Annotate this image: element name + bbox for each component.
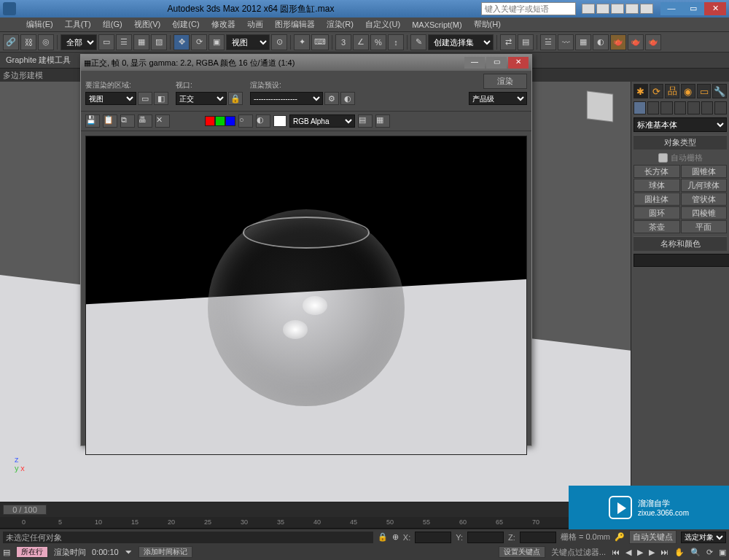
overlay-a-icon[interactable]: ▤ xyxy=(358,114,373,128)
channel-dropdown[interactable]: RGB Alpha xyxy=(289,114,355,128)
curve-editor-icon[interactable]: 〰 xyxy=(558,34,574,50)
x-coord-input[interactable] xyxy=(415,532,451,543)
polygon-modeling-tab[interactable]: 多边形建模 xyxy=(3,70,43,81)
rollout-name-color[interactable]: 名称和颜色 xyxy=(634,236,727,251)
edit-region-icon[interactable]: ▭ xyxy=(138,92,152,105)
graphite-label[interactable]: Graphite 建模工具 xyxy=(6,55,71,66)
environment-icon[interactable]: ◐ xyxy=(340,92,355,105)
tab-utilities-icon[interactable]: 🔧 xyxy=(712,84,727,98)
create-sphere-button[interactable]: 球体 xyxy=(634,179,680,192)
time-slider[interactable]: 0 / 100 xyxy=(3,505,47,515)
select-icon[interactable]: ▭ xyxy=(98,34,114,50)
menu-group[interactable]: 组(G) xyxy=(98,18,127,31)
autogrid-checkbox[interactable] xyxy=(658,153,668,163)
angle-snap-icon[interactable]: ∠ xyxy=(353,34,369,50)
render-icon[interactable]: 🫖 xyxy=(645,34,661,50)
menu-render[interactable]: 渲染(R) xyxy=(322,18,358,31)
create-pyramid-button[interactable]: 四棱锥 xyxy=(681,206,728,219)
rotate-icon[interactable]: ⟳ xyxy=(191,34,207,50)
spinner-snap-icon[interactable]: ↕ xyxy=(388,34,404,50)
window-minimize-button[interactable]: — xyxy=(660,2,682,15)
select-name-icon[interactable]: ☰ xyxy=(116,34,132,50)
sub-lights-icon[interactable] xyxy=(660,101,673,114)
render-setup-icon[interactable]: 🫖 xyxy=(610,34,626,50)
mirror-icon[interactable]: ⇄ xyxy=(500,34,516,50)
playback-play-icon[interactable]: ▶ xyxy=(637,548,643,557)
keyboard-icon[interactable]: ⌨ xyxy=(311,34,329,50)
render-button[interactable]: 渲染 xyxy=(483,74,527,89)
menu-tools[interactable]: 工具(T) xyxy=(61,18,95,31)
info-center-icons[interactable] xyxy=(582,4,653,14)
nav-pan-icon[interactable]: ✋ xyxy=(674,548,685,557)
rollout-object-type[interactable]: 对象类型 xyxy=(634,135,727,149)
setkey-button[interactable]: 设置关键点 xyxy=(499,546,545,558)
tab-create-icon[interactable]: ✱ xyxy=(634,84,648,98)
object-name-input[interactable] xyxy=(634,254,729,267)
scale-icon[interactable]: ▣ xyxy=(208,34,225,50)
create-tube-button[interactable]: 管状体 xyxy=(681,192,728,206)
window-close-button[interactable]: ✕ xyxy=(704,2,726,15)
sub-helpers-icon[interactable] xyxy=(687,101,700,114)
selection-filter-dropdown[interactable]: 全部 xyxy=(61,34,97,50)
rendered-image[interactable] xyxy=(85,136,527,455)
pivot-icon[interactable]: ⊙ xyxy=(271,34,287,50)
layers-icon[interactable]: ☱ xyxy=(540,34,556,50)
save-image-icon[interactable]: 💾 xyxy=(85,114,100,128)
clear-image-icon[interactable]: ✕ xyxy=(155,114,170,128)
menu-views[interactable]: 视图(V) xyxy=(130,18,165,31)
area-to-render-dropdown[interactable]: 视图 xyxy=(85,92,136,105)
alpha-channel-icon[interactable]: ○ xyxy=(238,114,253,128)
help-search-input[interactable] xyxy=(481,2,576,15)
key-selection-dropdown[interactable]: 选定对象 xyxy=(681,532,726,543)
create-torus-button[interactable]: 圆环 xyxy=(634,206,680,219)
playback-next-icon[interactable]: ▶ xyxy=(649,548,655,557)
create-teapot-button[interactable]: 茶壶 xyxy=(634,220,680,233)
script-listener-icon[interactable]: ▤ xyxy=(3,548,10,557)
window-maximize-button[interactable]: ▭ xyxy=(682,2,704,15)
primitive-category-dropdown[interactable]: 标准基本体 xyxy=(634,117,727,132)
tab-hierarchy-icon[interactable]: 品 xyxy=(665,84,679,98)
link-icon[interactable]: 🔗 xyxy=(3,34,19,50)
tab-display-icon[interactable]: ▭ xyxy=(697,84,712,98)
lock-viewport-icon[interactable]: 🔒 xyxy=(228,92,243,105)
render-close-button[interactable]: ✕ xyxy=(508,57,529,69)
auto-region-icon[interactable]: ◧ xyxy=(154,92,168,105)
y-coord-input[interactable] xyxy=(467,532,504,543)
create-plane-button[interactable]: 平面 xyxy=(681,220,728,233)
create-cylinder-button[interactable]: 圆柱体 xyxy=(634,192,680,206)
copy-image-icon[interactable]: 📋 xyxy=(103,114,117,128)
sub-spacewarps-icon[interactable] xyxy=(701,101,714,114)
mono-channel-icon[interactable]: ◐ xyxy=(256,114,270,128)
viewcube[interactable] xyxy=(577,88,623,134)
render-maximize-button[interactable]: ▭ xyxy=(486,57,507,69)
window-crossing-icon[interactable]: ▨ xyxy=(151,34,167,50)
tab-modify-icon[interactable]: ⟳ xyxy=(650,84,664,98)
percent-snap-icon[interactable]: % xyxy=(370,34,386,50)
bg-color-swatch[interactable] xyxy=(273,115,286,127)
autokey-button[interactable]: 自动关键点 xyxy=(629,530,677,544)
material-editor-icon[interactable]: ◐ xyxy=(593,34,609,50)
key-mode-icon[interactable]: 🔑 xyxy=(615,532,625,542)
overlay-b-icon[interactable]: ▦ xyxy=(375,114,390,128)
playback-prev-icon[interactable]: ◀ xyxy=(625,548,631,557)
menu-graph[interactable]: 图形编辑器 xyxy=(270,18,319,31)
align-icon[interactable]: ▤ xyxy=(518,34,534,50)
render-minimize-button[interactable]: — xyxy=(464,57,485,69)
named-sel-icon[interactable]: ✎ xyxy=(410,34,426,50)
menu-help[interactable]: 帮助(H) xyxy=(469,18,505,31)
menu-create[interactable]: 创建(C) xyxy=(168,18,203,31)
tab-motion-icon[interactable]: ◉ xyxy=(681,84,695,98)
bind-icon[interactable]: ◎ xyxy=(38,34,54,50)
move-icon[interactable]: ✥ xyxy=(174,34,190,50)
menu-edit[interactable]: 编辑(E) xyxy=(22,18,58,31)
rgb-channel-toggles[interactable] xyxy=(205,116,235,126)
current-line-button[interactable]: 所在行 xyxy=(16,546,48,558)
nav-maximize-icon[interactable]: ▣ xyxy=(719,548,726,557)
menu-maxscript[interactable]: MAXScript(M) xyxy=(408,19,466,31)
select-region-icon[interactable]: ▦ xyxy=(133,34,149,50)
render-viewport-dropdown[interactable]: 正交 xyxy=(176,92,227,105)
clone-image-icon[interactable]: ⧉ xyxy=(120,114,135,128)
sub-geometry-icon[interactable] xyxy=(634,101,646,114)
nav-zoom-icon[interactable]: 🔍 xyxy=(690,548,701,557)
playback-end-icon[interactable]: ⏭ xyxy=(660,548,668,556)
